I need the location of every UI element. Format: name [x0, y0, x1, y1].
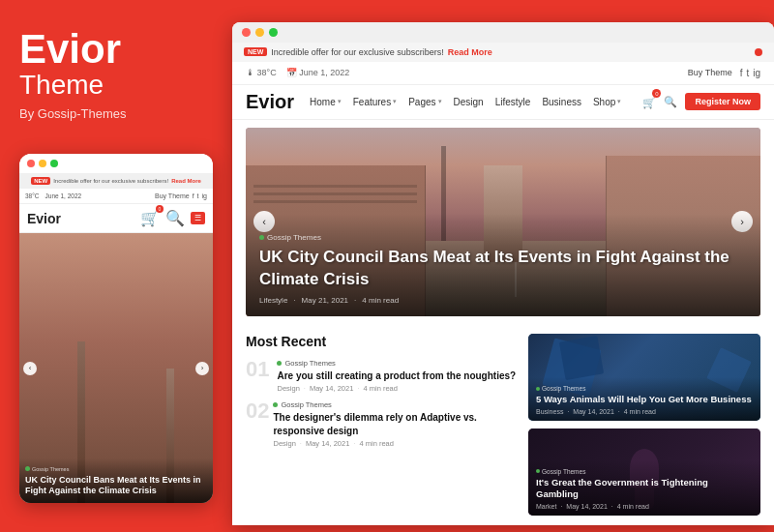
hero-category: Lifestyle [259, 296, 287, 305]
mobile-menu-icon[interactable]: ☰ [191, 212, 205, 224]
hero-section: ‹ › Gossip Themes UK City Council Bans M… [246, 128, 760, 316]
nav-shop-label: Shop [593, 97, 615, 107]
card1-dot [536, 387, 540, 391]
item-title-1[interactable]: Are you still creating a product from th… [277, 369, 516, 383]
mobile-dot-red [27, 160, 35, 167]
mobile-date: June 1, 2022 [45, 192, 82, 199]
browser-titlebar [232, 22, 774, 43]
card2-title: It's Great the Government is Tightening … [536, 477, 753, 501]
browser-dot-red [242, 28, 251, 37]
item-cat-1: Design [277, 384, 299, 393]
register-button[interactable]: Register Now [685, 93, 760, 110]
hero-meta: Lifestyle · May 21, 2021 · 4 min read [259, 296, 747, 305]
card-2[interactable]: Gossip Themes It's Great the Government … [528, 429, 760, 516]
twitter-icon[interactable]: t [746, 68, 749, 78]
nav-item-pages[interactable]: Pages ▾ [408, 97, 441, 107]
hero-title[interactable]: UK City Council Bans Meat at Its Events … [259, 247, 747, 291]
source-dot-2 [273, 402, 278, 407]
features-chevron: ▾ [393, 98, 397, 105]
card2-read: 4 min read [617, 503, 649, 510]
home-chevron: ▾ [338, 98, 342, 105]
cart-icon[interactable]: 🛒 [140, 210, 160, 226]
brand-by: By Gossip-Themes [19, 106, 213, 121]
thermometer-icon: 🌡 [246, 68, 254, 77]
nav-search-icon[interactable]: 🔍 [664, 96, 677, 108]
shop-chevron: ▾ [617, 98, 621, 105]
card2-date: May 14, 2021 [566, 503, 607, 510]
pages-chevron: ▾ [438, 98, 442, 105]
hero-date: May 21, 2021 [302, 296, 348, 305]
mobile-banner-text: Incredible offer for our exclusive subsc… [53, 178, 168, 184]
nav-cart-icon[interactable]: 🛒 [642, 97, 656, 108]
recent-left: Most Recent 01 Gossip Themes Are you sti… [246, 334, 517, 516]
item-title-2[interactable]: The designer's dilemma rely on Adaptive … [273, 411, 517, 437]
nav-home-label: Home [310, 97, 336, 107]
mobile-nav: Evior 🛒 0 🔍 ☰ [19, 204, 213, 233]
nav-item-business[interactable]: Business [542, 97, 581, 107]
card1-source: Gossip Themes [536, 385, 753, 392]
card1-date: May 14, 2021 [573, 408, 613, 415]
card-1[interactable]: Gossip Themes 5 Ways Animals Will Help Y… [528, 334, 760, 421]
card2-source: Gossip Themes [536, 468, 753, 475]
green-dot [25, 466, 30, 471]
hero-divider2: · [354, 296, 356, 305]
left-panel: Evior Theme By Gossip-Themes NEW Incredi… [0, 0, 232, 532]
mobile-prev-arrow[interactable]: ‹ [23, 362, 37, 375]
hero-divider: · [293, 296, 295, 305]
nav-items: Home ▾ Features ▾ Pages ▾ Design Lifesty… [310, 97, 642, 107]
browser-dot-yellow [255, 28, 264, 37]
source-label-2: Gossip Themes [281, 400, 331, 409]
nav-item-home[interactable]: Home ▾ [310, 97, 342, 107]
item-date-1: May 14, 2021 [310, 384, 353, 393]
site-header-left: 🌡 38°C 📅 June 1, 2022 [246, 68, 349, 77]
buy-theme-link[interactable]: Buy Theme [688, 68, 732, 77]
card2-cat: Market [536, 503, 556, 510]
recent-item-1: 01 Gossip Themes Are you still creating … [246, 359, 517, 394]
instagram-icon: ig [202, 192, 207, 199]
mobile-hero-title: UK City Council Bans Meat at Its Events … [25, 475, 207, 497]
browser-content: NEW Incredible offer for our exclusive s… [232, 43, 774, 525]
mobile-logo: Evior [27, 211, 61, 226]
browser-dot-green [269, 28, 278, 37]
card2-dot [536, 469, 540, 473]
item-content-2: Gossip Themes The designer's dilemma rel… [273, 400, 517, 448]
fb-icon: f [193, 192, 194, 199]
hero-read: 4 min read [362, 296, 399, 305]
facebook-icon[interactable]: f [740, 68, 743, 78]
item-read-1: 4 min read [363, 384, 397, 393]
browser-mockup: NEW Incredible offer for our exclusive s… [232, 22, 774, 525]
mobile-cart-wrapper[interactable]: 🛒 0 [140, 209, 160, 227]
item-source-1: Gossip Themes [277, 359, 516, 368]
mobile-cart-badge: 0 [156, 205, 164, 213]
item-meta-2: Design · May 14, 2021 · 4 min read [273, 439, 517, 448]
mobile-search-icon[interactable]: 🔍 [165, 209, 185, 227]
nav-design-label: Design [454, 97, 484, 107]
cards-column: Gossip Themes 5 Ways Animals Will Help Y… [528, 334, 760, 516]
nav-item-design[interactable]: Design [454, 97, 484, 107]
card2-meta: Market · May 14, 2021 · 4 min read [536, 503, 753, 510]
mobile-hero-overlay: Gossip Themes UK City Council Bans Meat … [19, 458, 213, 503]
section-title: Most Recent [246, 334, 517, 349]
instagram-icon[interactable]: ig [753, 68, 760, 78]
mobile-buy-theme[interactable]: Buy Theme [155, 192, 190, 199]
nav-cart-wrapper[interactable]: 🛒 0 [642, 93, 656, 110]
card1-title: 5 Ways Animals Will Help You Get More Bu… [536, 394, 753, 405]
nav-item-features[interactable]: Features ▾ [353, 97, 397, 107]
nav-lifestyle-label: Lifestyle [495, 97, 531, 107]
nav-item-shop[interactable]: Shop ▾ [593, 97, 621, 107]
item-number-1: 01 [246, 359, 269, 380]
nav-item-lifestyle[interactable]: Lifestyle [495, 97, 531, 107]
mobile-dot-green [50, 160, 58, 167]
site-read-more[interactable]: Read More [448, 47, 492, 57]
item-cat-2: Design [273, 439, 295, 448]
mobile-next-arrow[interactable]: › [195, 362, 209, 375]
item-source-2: Gossip Themes [273, 400, 517, 409]
mobile-topbar: 38°C June 1, 2022 Buy Theme f t ig [19, 189, 213, 204]
mobile-read-more[interactable]: Read More [171, 178, 201, 184]
site-logo[interactable]: Evior [246, 91, 294, 113]
recent-item-2: 02 Gossip Themes The designer's dilemma … [246, 400, 517, 448]
brand-title: Evior [19, 29, 213, 70]
site-banner: NEW Incredible offer for our exclusive s… [232, 43, 774, 62]
mobile-banner: NEW Incredible offer for our exclusive s… [19, 173, 213, 189]
hero-source: Gossip Themes [259, 233, 747, 242]
